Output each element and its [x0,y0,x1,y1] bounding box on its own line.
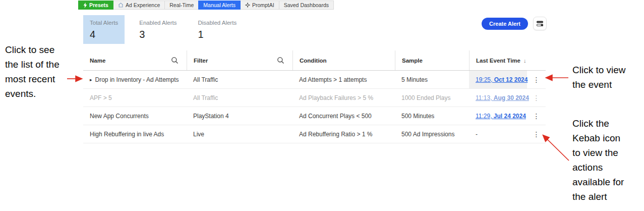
card-label: Total Alerts [90,20,118,26]
card-value: 4 [90,29,118,40]
event-time: 19:25, [476,76,492,83]
tab-ad-experience[interactable]: Ad Experience [113,1,165,10]
cell-filter: PlayStation 4 [187,107,292,125]
kebab-icon[interactable]: ⋮ [531,130,542,139]
cell-sample: 1000 Ended Plays [395,89,469,107]
cell-last-event-time: 11:13, Aug 30 2024 [469,89,527,107]
alerts-table: Name Filter Condition Sample Last Event … [83,50,546,143]
column-label: Name [90,58,105,64]
event-date: Oct 12 2024 [494,76,528,83]
cell-actions: ⋮ [527,107,546,125]
top-nav: Presets Ad Experience Real-Time Manual A… [79,1,334,10]
table-header: Name Filter Condition Sample Last Event … [83,50,546,71]
cell-actions: ⋮ [527,71,546,88]
expand-row-icon[interactable]: ▸ [90,77,92,82]
event-time-link[interactable]: 11:29, Jul 24 2024 [476,113,526,120]
tab-label: Ad Experience [126,2,160,8]
header-actions: Create Alert [482,17,547,30]
column-label: Filter [194,58,208,64]
column-header-name[interactable]: Name [83,50,187,70]
card-label: Enabled Alerts [139,20,177,26]
create-alert-button[interactable]: Create Alert [482,18,528,30]
tab-manual-alerts[interactable]: Manual Alerts [198,1,241,10]
card-label: Disabled Alerts [198,20,237,26]
summary-card-total-alerts[interactable]: Total Alerts 4 [83,15,125,44]
summary-card-enabled-alerts[interactable]: Enabled Alerts 3 [133,15,183,44]
card-value: 3 [139,29,177,40]
annotation-view-event: Click to view the event [572,63,635,92]
tab-label: Real-Time [169,2,194,8]
cell-name: APF > 5 [83,89,187,107]
annotation-recent-events: Click to see the list of the most recent… [5,42,63,101]
event-time-link[interactable]: 19:25, Oct 12 2024 [476,76,528,83]
manual-alerts-page: Presets Ad Experience Real-Time Manual A… [0,0,644,211]
alert-name: Drop in Inventory - Ad Attempts [95,76,179,83]
cell-sample: 500 Ad Impressions [395,125,469,143]
card-value: 1 [198,29,237,40]
cell-condition: Ad Concurrent Plays < 500 [292,107,395,125]
column-label: Last Event Time [476,58,520,64]
cards-view-button[interactable] [533,17,547,30]
cell-actions: ⋮ [527,125,546,143]
arrow-to-kebab-icon [543,135,569,161]
table-row[interactable]: High Rebuffering in live Ads Live Ad Reb… [83,125,546,143]
table-row[interactable]: New App Concurrents PlayStation 4 Ad Con… [83,107,546,125]
column-label: Condition [300,58,327,64]
tab-real-time[interactable]: Real-Time [164,1,199,10]
tab-promptai[interactable]: PromptAI [240,1,279,10]
cell-filter: All Traffic [187,71,292,88]
cell-condition: Ad Playback Failures > 5 % [292,89,395,107]
event-time: 11:29, [476,113,492,120]
event-time-link[interactable]: 11:13, Aug 30 2024 [476,94,529,101]
tab-saved-dashboards[interactable]: Saved Dashboards [279,1,334,10]
summary-cards: Total Alerts 4 Enabled Alerts 3 Disabled… [83,15,243,44]
tab-label: PromptAI [252,2,274,8]
table-row[interactable]: APF > 5 All Traffic Ad Playback Failures… [83,89,546,107]
column-header-sample[interactable]: Sample [395,50,469,70]
cell-name: ▸ Drop in Inventory - Ad Attempts [83,71,187,88]
column-header-condition[interactable]: Condition [292,50,395,70]
tab-label: Presets [89,2,108,8]
summary-card-disabled-alerts[interactable]: Disabled Alerts 1 [191,15,243,44]
lightning-icon [83,3,87,8]
cell-filter: Live [187,125,292,143]
event-date: Jul 24 2024 [494,113,526,120]
cell-name: New App Concurrents [83,107,187,125]
kebab-icon[interactable]: ⋮ [531,93,542,102]
tab-label: Manual Alerts [203,2,236,8]
cards-view-icon [536,20,544,27]
kebab-icon[interactable]: ⋮ [531,112,542,121]
cell-last-event-time: 19:25, Oct 12 2024 [469,71,527,88]
cell-sample: 5 Minutes [395,71,469,88]
cell-name: High Rebuffering in live Ads [83,125,187,143]
event-date: Aug 30 2024 [494,94,529,101]
column-header-last-event-time[interactable]: Last Event Time ↓ [469,50,527,70]
column-header-actions [527,50,546,70]
cell-filter: All Traffic [187,89,292,107]
cell-sample: 500 Minutes [395,107,469,125]
home-icon [118,3,124,8]
annotation-kebab-actions: Click the Kebab icon to view the actions… [572,116,630,204]
cell-last-event-time: 11:29, Jul 24 2024 [469,107,527,125]
tab-presets[interactable]: Presets [78,1,113,10]
search-icon[interactable] [171,57,179,64]
search-icon[interactable] [277,57,284,64]
column-label: Sample [402,58,423,64]
cell-condition: Ad Rebuffering Ratio > 1 % [292,125,395,143]
sparkle-icon [245,3,250,8]
sort-desc-icon[interactable]: ↓ [523,58,526,64]
cell-condition: Ad Attempts > 1 attempts [292,71,395,88]
cell-last-event-time: - [469,125,527,143]
cell-actions: ⋮ [527,89,546,107]
column-header-filter[interactable]: Filter [187,50,292,70]
table-row[interactable]: ▸ Drop in Inventory - Ad Attempts All Tr… [83,71,546,89]
event-time: 11:13, [476,94,492,101]
kebab-icon[interactable]: ⋮ [531,75,542,84]
tab-label: Saved Dashboards [284,2,329,8]
